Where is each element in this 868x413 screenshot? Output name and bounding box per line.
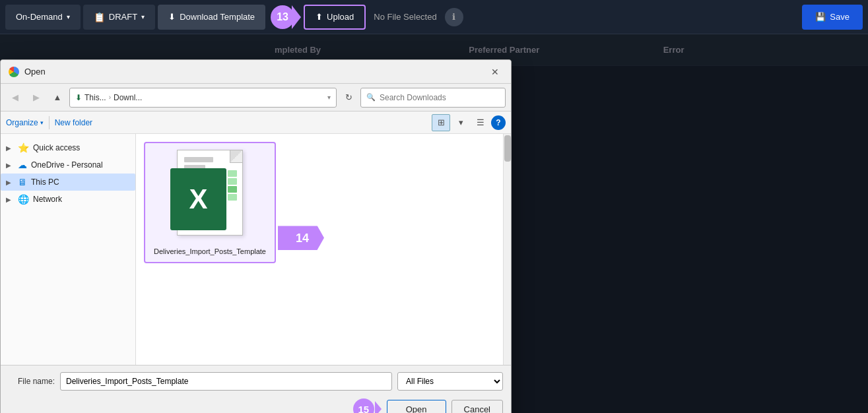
refresh-button[interactable]: ↻ bbox=[339, 88, 358, 107]
footer-filename-row: File name: All Files bbox=[9, 372, 503, 391]
draft-icon: 📋 bbox=[94, 12, 105, 22]
draft-label: DRAFT bbox=[109, 12, 137, 22]
filetype-select[interactable]: All Files bbox=[397, 372, 503, 391]
file-name-label: Deliveries_Import_Posts_Template bbox=[154, 247, 266, 255]
nav-back-button[interactable]: ◀ bbox=[6, 88, 24, 107]
filename-input[interactable] bbox=[60, 372, 392, 391]
nav-forward-button[interactable]: ▶ bbox=[27, 88, 46, 107]
step-15-arrow bbox=[375, 401, 382, 413]
download-template-button[interactable]: ⬇ Download Template bbox=[158, 5, 265, 30]
download-icon: ⬇ bbox=[168, 12, 176, 22]
save-label: Save bbox=[830, 12, 850, 22]
step-13-arrow bbox=[292, 5, 301, 29]
organize-chevron-icon: ▾ bbox=[40, 119, 44, 126]
search-input[interactable] bbox=[380, 93, 500, 102]
quick-access-chevron-icon: ▶ bbox=[6, 144, 14, 152]
on-demand-chevron-icon: ▾ bbox=[67, 13, 70, 20]
network-chevron-icon: ▶ bbox=[6, 196, 14, 203]
on-demand-button[interactable]: On-Demand ▾ bbox=[5, 5, 81, 30]
step-14-badge: 14 bbox=[278, 226, 324, 250]
sidebar-item-network[interactable]: ▶ 🌐 Network bbox=[1, 191, 135, 208]
save-button[interactable]: 💾 Save bbox=[802, 5, 863, 30]
quick-access-star-icon: ⭐ bbox=[18, 143, 29, 153]
cell-4 bbox=[228, 178, 237, 185]
view-large-icons-button[interactable]: ⊞ bbox=[432, 114, 450, 131]
address-bar[interactable]: ⬇ This... › Downl... ▾ bbox=[69, 88, 337, 108]
sidebar-panel: ▶ ⭐ Quick access ▶ ☁ OneDrive - Personal… bbox=[1, 134, 136, 365]
address-path1: This... bbox=[84, 93, 106, 102]
view-dropdown-button[interactable]: ▾ bbox=[451, 114, 470, 131]
upload-button[interactable]: ⬆ Upload bbox=[304, 5, 366, 30]
chrome-logo-icon bbox=[9, 67, 19, 77]
open-button[interactable]: Open bbox=[387, 400, 446, 414]
sidebar-item-quick-access[interactable]: ▶ ⭐ Quick access bbox=[1, 139, 135, 156]
step-14-arrow-shape: 14 bbox=[278, 226, 324, 250]
toolbar-separator bbox=[49, 116, 50, 129]
file-item-deliveries[interactable]: X Deliveries_Import_Posts_Template bbox=[144, 142, 276, 263]
draft-button[interactable]: 📋 DRAFT ▾ bbox=[83, 5, 155, 30]
help-button[interactable]: ? bbox=[491, 115, 506, 130]
download-address-icon: ⬇ bbox=[75, 93, 82, 102]
cell-6 bbox=[228, 186, 237, 193]
view-buttons: ⊞ ▾ ☰ ? bbox=[432, 114, 506, 131]
excel-row-1 bbox=[184, 157, 213, 162]
scrollbar-thumb[interactable] bbox=[504, 135, 511, 162]
onedrive-label: OneDrive - Personal bbox=[31, 160, 103, 170]
dialog-nav: ◀ ▶ ▲ ⬇ This... › Downl... ▾ ↻ 🔍 bbox=[1, 84, 511, 111]
download-template-label: Download Template bbox=[180, 12, 255, 22]
address-path2: Downl... bbox=[114, 93, 142, 102]
view-details-button[interactable]: ☰ bbox=[471, 114, 490, 131]
dialog-titlebar: Open ✕ bbox=[1, 60, 511, 84]
quick-access-label: Quick access bbox=[33, 143, 80, 152]
save-icon: 💾 bbox=[815, 12, 826, 22]
sidebar-item-onedrive[interactable]: ▶ ☁ OneDrive - Personal bbox=[1, 156, 135, 174]
upload-label: Upload bbox=[327, 12, 354, 22]
cancel-label: Cancel bbox=[464, 404, 490, 414]
cell-8 bbox=[228, 194, 237, 201]
dialog-overlay: Open ✕ ◀ ▶ ▲ ⬇ This... › Downl... ▾ ↻ 🔍 bbox=[0, 34, 868, 413]
scrollbar[interactable] bbox=[503, 134, 511, 365]
step-15-badge: 15 bbox=[353, 398, 382, 413]
cancel-button[interactable]: Cancel bbox=[451, 400, 503, 414]
organize-label: Organize bbox=[6, 118, 38, 127]
this-pc-icon: 🖥 bbox=[18, 177, 27, 187]
step-13-badge: 13 bbox=[271, 5, 301, 29]
new-folder-label: New folder bbox=[55, 118, 92, 127]
onedrive-chevron-icon: ▶ bbox=[6, 162, 14, 169]
cell-2 bbox=[228, 170, 237, 177]
dialog-toolbar-row: Organize ▾ New folder ⊞ ▾ ☰ ? bbox=[1, 111, 511, 134]
on-demand-label: On-Demand bbox=[16, 12, 63, 22]
onedrive-cloud-icon: ☁ bbox=[18, 160, 27, 170]
network-label: Network bbox=[33, 195, 62, 204]
footer-buttons-row: 15 Open Cancel bbox=[9, 398, 503, 413]
open-label: Open bbox=[406, 404, 427, 414]
dialog-title: Open bbox=[24, 67, 487, 77]
step-15-circle: 15 bbox=[353, 398, 374, 413]
step-13-circle: 13 bbox=[271, 5, 294, 29]
new-folder-button[interactable]: New folder bbox=[55, 118, 92, 127]
info-icon: ℹ bbox=[452, 12, 455, 22]
address-dropdown-icon: ▾ bbox=[327, 94, 331, 101]
search-box[interactable]: 🔍 bbox=[360, 88, 506, 108]
dialog-close-button[interactable]: ✕ bbox=[487, 64, 503, 80]
file-area[interactable]: X Deliveries_Import_Posts_Template 14 bbox=[136, 134, 511, 365]
this-pc-chevron-icon: ▶ bbox=[6, 179, 14, 186]
draft-chevron-icon: ▾ bbox=[141, 13, 145, 20]
sidebar-item-this-pc[interactable]: ▶ 🖥 This PC bbox=[1, 174, 135, 191]
address-chevron-icon: › bbox=[109, 94, 111, 101]
open-dialog: Open ✕ ◀ ▶ ▲ ⬇ This... › Downl... ▾ ↻ 🔍 bbox=[0, 59, 512, 413]
nav-up-button[interactable]: ▲ bbox=[48, 88, 67, 107]
excel-green-overlay: X bbox=[170, 168, 226, 230]
dialog-body: ▶ ⭐ Quick access ▶ ☁ OneDrive - Personal… bbox=[1, 134, 511, 365]
organize-button[interactable]: Organize ▾ bbox=[6, 118, 44, 127]
excel-x-letter: X bbox=[189, 183, 207, 215]
no-file-label: No File Selected bbox=[374, 12, 436, 22]
network-icon: 🌐 bbox=[18, 194, 29, 205]
filename-label: File name: bbox=[9, 377, 55, 386]
excel-file-icon: X bbox=[170, 150, 250, 242]
info-button[interactable]: ℹ bbox=[445, 8, 463, 26]
toolbar: On-Demand ▾ 📋 DRAFT ▾ ⬇ Download Templat… bbox=[0, 0, 868, 34]
this-pc-label: This PC bbox=[31, 177, 59, 187]
search-icon: 🔍 bbox=[366, 93, 376, 102]
dialog-footer: File name: All Files 15 Open Cancel bbox=[1, 365, 511, 413]
